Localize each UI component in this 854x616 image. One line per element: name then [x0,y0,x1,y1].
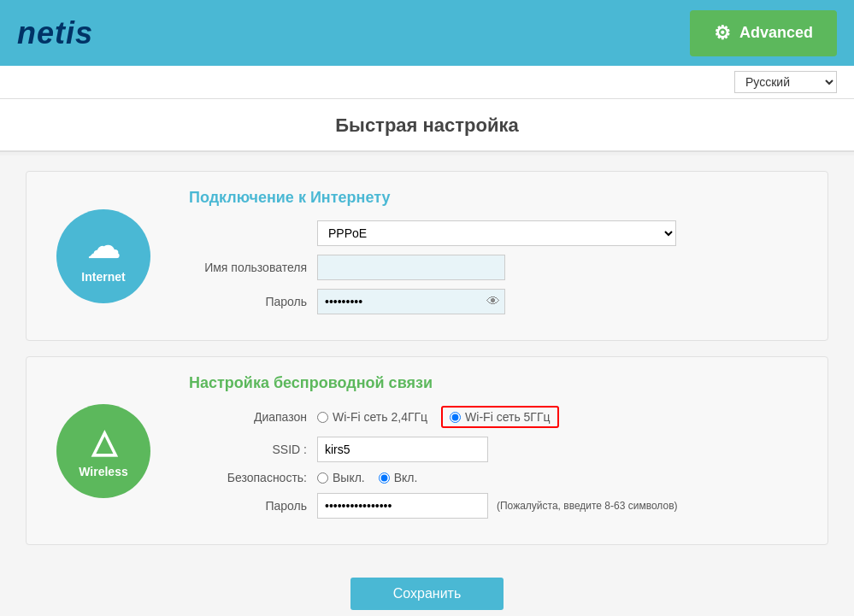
range-2ghz-option[interactable]: Wi-Fi сеть 2,4ГГц [317,410,427,424]
internet-section-title: Подключение к Интернету [189,189,802,207]
wireless-icon-circle: △ Wireless [56,404,150,498]
advanced-button[interactable]: ⚙ Advanced [690,10,837,56]
username-input[interactable] [317,255,505,280]
range-2ghz-radio[interactable] [317,412,328,423]
range-5ghz-radio[interactable] [450,412,461,423]
wireless-section: △ Wireless Настройка беспроводной связи … [26,356,828,545]
security-radio-group: Выкл. Вкл. [317,471,417,484]
internet-label: Internet [81,270,125,284]
ssid-row: SSID : [189,437,802,462]
internet-icon-circle: ☁ Internet [56,209,150,303]
internet-password-label: Пароль [189,295,317,308]
save-bar: Сохранить [26,560,828,616]
range-radio-group: Wi-Fi сеть 2,4ГГц Wi-Fi сеть 5ГГц [317,406,559,428]
range-5ghz-label: Wi-Fi сеть 5ГГц [465,410,550,424]
wireless-label: Wireless [79,465,127,478]
internet-password-input[interactable] [317,289,505,314]
security-row: Безопасность: Выкл. Вкл. [189,471,802,484]
username-label: Имя пользователя [189,261,317,274]
range-2ghz-label: Wi-Fi сеть 2,4ГГц [333,410,427,424]
security-off-label: Выкл. [333,471,365,484]
wireless-icon-col: △ Wireless [27,357,180,544]
security-label: Безопасность: [189,471,317,484]
ssid-label: SSID : [189,443,317,456]
eye-icon[interactable]: 👁 [486,294,500,309]
wifi-icon: △ [91,423,116,461]
wireless-password-row: Пароль (Пожалуйста, введите 8-63 символо… [189,493,802,519]
save-button[interactable]: Сохранить [350,578,504,610]
page-title: Быстрая настройка [0,99,854,151]
security-off-radio[interactable] [317,472,328,484]
wireless-section-title: Настройка беспроводной связи [189,374,802,392]
logo: netis [17,15,93,51]
internet-password-wrap: 👁 [317,289,505,314]
range-label: Диапазон [189,410,317,424]
main-content: ☁ Internet Подключение к Интернету PPPoE… [0,155,854,616]
language-bar: Русский English 中文 [0,66,854,99]
username-row: Имя пользователя [189,255,802,280]
header: netis ⚙ Advanced [0,0,854,66]
internet-icon-col: ☁ Internet [27,172,180,340]
security-on-radio[interactable] [379,472,390,484]
advanced-label: Advanced [739,24,813,42]
cloud-icon: ☁ [87,228,120,266]
ssid-input[interactable] [317,437,488,462]
wireless-password-label: Пароль [189,499,317,513]
connection-type-select[interactable]: PPPoE DHCP Static IP [317,220,676,246]
range-row: Диапазон Wi-Fi сеть 2,4ГГц Wi-Fi сеть 5Г… [189,406,802,428]
range-5ghz-option[interactable]: Wi-Fi сеть 5ГГц [441,406,558,428]
security-on-option[interactable]: Вкл. [379,471,418,484]
security-off-option[interactable]: Выкл. [317,471,365,484]
internet-password-row: Пароль 👁 [189,289,802,314]
language-select[interactable]: Русский English 中文 [734,71,837,93]
wireless-form: Настройка беспроводной связи Диапазон Wi… [180,357,827,544]
internet-section: ☁ Internet Подключение к Интернету PPPoE… [26,171,828,341]
security-on-label: Вкл. [394,471,418,484]
internet-form: Подключение к Интернету PPPoE DHCP Stati… [180,172,827,340]
wireless-password-input[interactable] [317,493,488,519]
connection-type-row: PPPoE DHCP Static IP [189,220,802,246]
gear-icon: ⚙ [714,22,731,44]
password-hint: (Пожалуйста, введите 8-63 символов) [497,500,678,512]
